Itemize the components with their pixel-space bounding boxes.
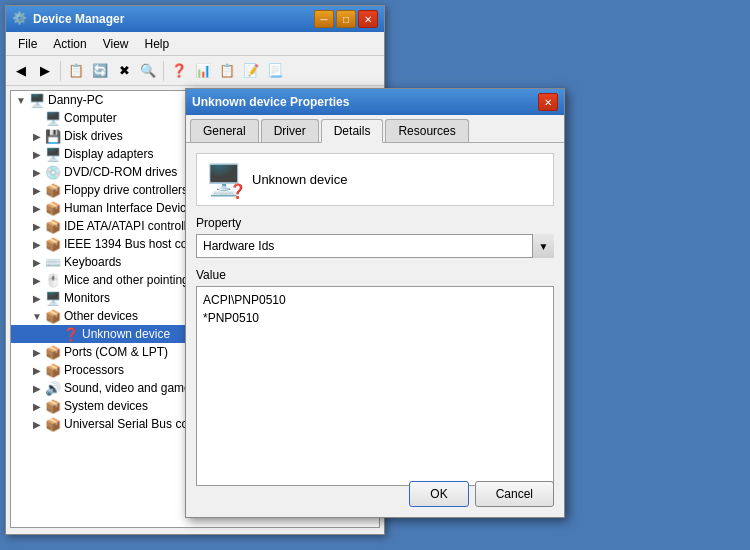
device-name-display: Unknown device: [252, 172, 347, 187]
close-button[interactable]: ✕: [358, 10, 378, 28]
toolbar-separator-1: [60, 61, 61, 81]
device-manager-title-bar: ⚙️ Device Manager ─ □ ✕: [6, 6, 384, 32]
floppy-label: Floppy drive controllers: [64, 183, 188, 197]
toolbar-properties[interactable]: 📋: [65, 60, 87, 82]
other-icon: 📦: [45, 308, 61, 324]
system-label: System devices: [64, 399, 148, 413]
processors-icon: 📦: [45, 362, 61, 378]
properties-dialog: Unknown device Properties ✕ General Driv…: [185, 88, 565, 518]
keyboards-expand[interactable]: ▶: [29, 254, 45, 270]
device-header: 🖥️ ❓ Unknown device: [196, 153, 554, 206]
dialog-content: 🖥️ ❓ Unknown device Property Hardware Id…: [186, 143, 564, 496]
display-label: Display adapters: [64, 147, 153, 161]
unknown-device-icon: ❓: [63, 326, 79, 342]
dialog-title-bar: Unknown device Properties ✕: [186, 89, 564, 115]
ide-label: IDE ATA/ATAPI controllers: [64, 219, 203, 233]
system-expand[interactable]: ▶: [29, 398, 45, 414]
mice-icon: 🖱️: [45, 272, 61, 288]
device-manager-title: Device Manager: [33, 12, 124, 26]
toolbar-view3[interactable]: 📝: [240, 60, 262, 82]
ports-icon: 📦: [45, 344, 61, 360]
device-icon-container: 🖥️ ❓: [205, 162, 242, 197]
monitors-label: Monitors: [64, 291, 110, 305]
window-controls: ─ □ ✕: [314, 10, 378, 28]
ports-label: Ports (COM & LPT): [64, 345, 168, 359]
device-manager-title-icon: ⚙️: [12, 11, 28, 27]
toolbar-separator-2: [163, 61, 164, 81]
tab-details[interactable]: Details: [321, 119, 384, 143]
dialog-title: Unknown device Properties: [192, 95, 349, 109]
tab-resources[interactable]: Resources: [385, 119, 468, 142]
monitors-icon: 🖥️: [45, 290, 61, 306]
toolbar-view1[interactable]: 📊: [192, 60, 214, 82]
tab-bar: General Driver Details Resources: [186, 115, 564, 143]
menu-action[interactable]: Action: [45, 35, 94, 53]
toolbar-back[interactable]: ◀: [10, 60, 32, 82]
monitors-expand[interactable]: ▶: [29, 290, 45, 306]
value-box[interactable]: ACPI\PNP0510 *PNP0510: [196, 286, 554, 486]
toolbar-view2[interactable]: 📋: [216, 60, 238, 82]
device-warning-badge: ❓: [229, 183, 246, 199]
floppy-icon: 📦: [45, 182, 61, 198]
hid-expand[interactable]: ▶: [29, 200, 45, 216]
ieee1394-icon: 📦: [45, 236, 61, 252]
toolbar-help[interactable]: ❓: [168, 60, 190, 82]
disk-icon: 💾: [45, 128, 61, 144]
sound-expand[interactable]: ▶: [29, 380, 45, 396]
menu-view[interactable]: View: [95, 35, 137, 53]
toolbar-forward[interactable]: ▶: [34, 60, 56, 82]
hid-icon: 📦: [45, 200, 61, 216]
property-dropdown[interactable]: Hardware Ids Compatible Ids Service Clas…: [196, 234, 554, 258]
ok-button[interactable]: OK: [409, 481, 468, 507]
property-select-wrapper: Hardware Ids Compatible Ids Service Clas…: [196, 234, 554, 258]
other-label: Other devices: [64, 309, 138, 323]
keyboards-icon: ⌨️: [45, 254, 61, 270]
computer-icon: 🖥️: [45, 110, 61, 126]
dvd-expand[interactable]: ▶: [29, 164, 45, 180]
cancel-button[interactable]: Cancel: [475, 481, 554, 507]
keyboards-label: Keyboards: [64, 255, 121, 269]
root-expand-icon[interactable]: ▼: [13, 92, 29, 108]
value-line-1: *PNP0510: [203, 309, 547, 327]
computer-label: Computer: [64, 111, 117, 125]
menu-help[interactable]: Help: [137, 35, 178, 53]
display-icon: 🖥️: [45, 146, 61, 162]
minimize-button[interactable]: ─: [314, 10, 334, 28]
usb-expand[interactable]: ▶: [29, 416, 45, 432]
unknown-label: Unknown device: [82, 327, 170, 341]
display-expand[interactable]: ▶: [29, 146, 45, 162]
dvd-label: DVD/CD-ROM drives: [64, 165, 177, 179]
tab-driver[interactable]: Driver: [261, 119, 319, 142]
tab-general[interactable]: General: [190, 119, 259, 142]
ports-expand[interactable]: ▶: [29, 344, 45, 360]
ide-expand[interactable]: ▶: [29, 218, 45, 234]
ide-icon: 📦: [45, 218, 61, 234]
other-expand[interactable]: ▼: [29, 308, 45, 324]
toolbar-update[interactable]: 🔄: [89, 60, 111, 82]
root-label: Danny-PC: [48, 93, 103, 107]
usb-icon: 📦: [45, 416, 61, 432]
property-label: Property: [196, 216, 554, 230]
toolbar-scan[interactable]: 🔍: [137, 60, 159, 82]
processors-expand[interactable]: ▶: [29, 362, 45, 378]
menu-file[interactable]: File: [10, 35, 45, 53]
sound-icon: 🔊: [45, 380, 61, 396]
dvd-icon: 💿: [45, 164, 61, 180]
value-label: Value: [196, 268, 554, 282]
dialog-footer: OK Cancel: [409, 481, 554, 507]
toolbar-view4[interactable]: 📃: [264, 60, 286, 82]
toolbar-uninstall[interactable]: ✖: [113, 60, 135, 82]
value-line-0: ACPI\PNP0510: [203, 291, 547, 309]
ieee1394-expand[interactable]: ▶: [29, 236, 45, 252]
processors-label: Processors: [64, 363, 124, 377]
dialog-close-button[interactable]: ✕: [538, 93, 558, 111]
root-computer-icon: 🖥️: [29, 92, 45, 108]
mice-expand[interactable]: ▶: [29, 272, 45, 288]
toolbar: ◀ ▶ 📋 🔄 ✖ 🔍 ❓ 📊 📋 📝 📃: [6, 56, 384, 86]
menu-bar: File Action View Help: [6, 32, 384, 56]
system-icon: 📦: [45, 398, 61, 414]
disk-expand[interactable]: ▶: [29, 128, 45, 144]
hid-label: Human Interface Devices: [64, 201, 199, 215]
floppy-expand[interactable]: ▶: [29, 182, 45, 198]
maximize-button[interactable]: □: [336, 10, 356, 28]
